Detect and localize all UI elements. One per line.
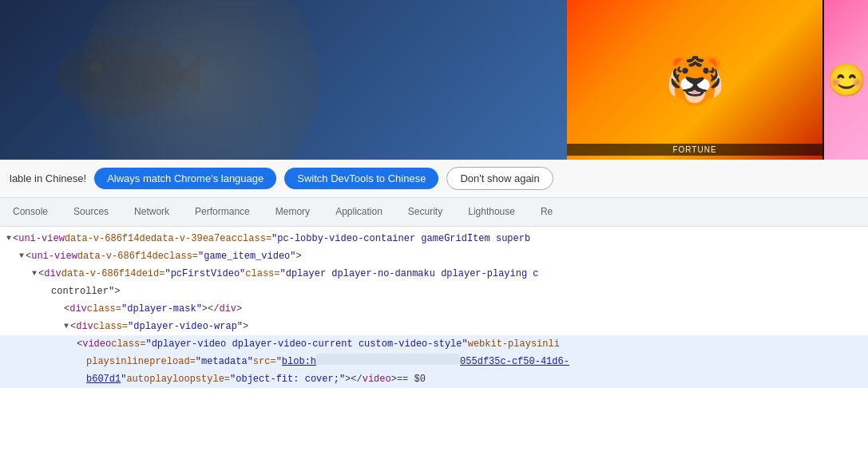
devtools-tabs-bar: Console Sources Network Performance Memo… xyxy=(0,198,868,227)
tree-row: <div class="dplayer-mask"></div> xyxy=(0,300,868,318)
tree-row: controller"> xyxy=(0,283,868,300)
tab-security[interactable]: Security xyxy=(395,198,455,227)
tab-network[interactable]: Network xyxy=(121,198,182,227)
pink-emoji: 😊 xyxy=(824,0,868,160)
switch-devtools-button[interactable]: Switch DevTools to Chinese xyxy=(284,168,438,189)
tree-arrow[interactable]: ▼ xyxy=(64,319,69,334)
browser-content-area: 🐯 FORTUNE 😊 xyxy=(0,0,868,160)
match-language-button[interactable]: Always match Chrome's language xyxy=(94,168,276,189)
tab-lighthouse[interactable]: Lighthouse xyxy=(455,198,528,227)
tab-performance[interactable]: Performance xyxy=(182,198,263,227)
fish-decoration xyxy=(40,16,200,136)
game-cards-area: 🐯 FORTUNE 😊 xyxy=(567,0,868,160)
tab-sources[interactable]: Sources xyxy=(61,198,121,227)
tree-row: ▼ <uni-view data-v-686f14de data-v-39ea7… xyxy=(0,230,868,247)
game-background-left xyxy=(0,0,567,160)
tab-more[interactable]: Re xyxy=(528,198,565,227)
html-elements-panel: ▼ <uni-view data-v-686f14de data-v-39ea7… xyxy=(0,227,868,467)
html-tree: ▼ <uni-view data-v-686f14de data-v-39ea7… xyxy=(0,227,868,391)
tree-arrow[interactable]: ▼ xyxy=(19,248,24,264)
dont-show-again-button[interactable]: Don't show again xyxy=(446,167,553,190)
tiger-game-card: 🐯 FORTUNE xyxy=(567,0,822,160)
tab-memory[interactable]: Memory xyxy=(263,198,323,227)
fortune-banner: FORTUNE xyxy=(567,144,822,156)
tree-row-selected: playsinline preload="metadata" src="blob… xyxy=(0,353,868,370)
tree-arrow[interactable]: ▼ xyxy=(32,266,37,282)
pink-game-card: 😊 xyxy=(824,0,868,160)
tree-row-selected: <video class="dplayer-video dplayer-vide… xyxy=(0,335,868,353)
tab-console[interactable]: Console xyxy=(0,198,61,227)
tab-application[interactable]: Application xyxy=(323,198,395,227)
tree-row-selected: b607d1" autoplay loop style="object-fit:… xyxy=(0,370,868,388)
tiger-emoji: 🐯 xyxy=(567,0,822,160)
tree-row: ▼ <div class="dplayer-video-wrap"> xyxy=(0,318,868,335)
notification-bar: lable in Chinese! Always match Chrome's … xyxy=(0,160,868,198)
tree-arrow[interactable]: ▼ xyxy=(6,231,11,247)
tree-row: ▼ <div data-v-686f14de id="pcFirstVideo"… xyxy=(0,265,868,283)
tree-row: ▼ <uni-view data-v-686f14de class="game_… xyxy=(0,247,868,265)
devtools-panel: Console Sources Network Performance Memo… xyxy=(0,198,868,467)
notification-text: lable in Chinese! xyxy=(10,172,86,184)
